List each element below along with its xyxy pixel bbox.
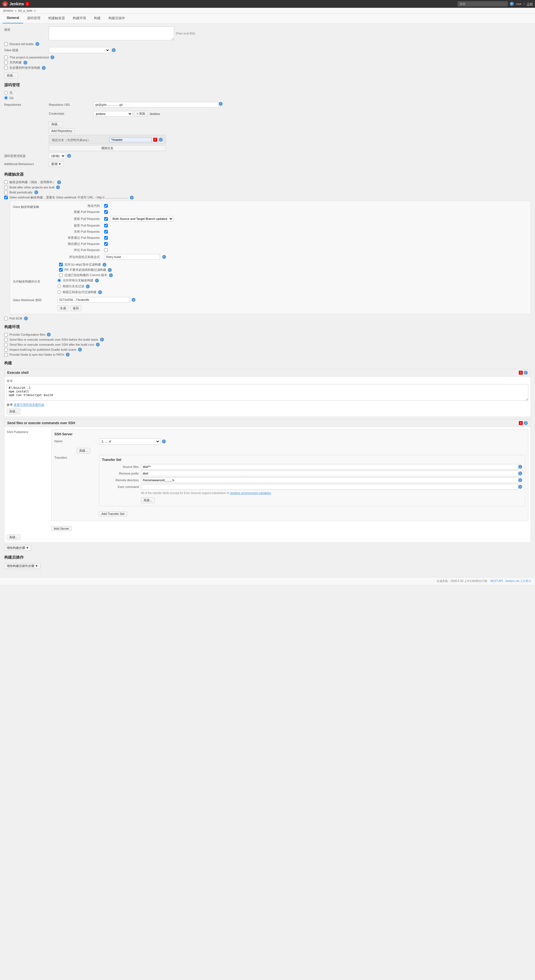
tab-env[interactable]: 构建环境	[69, 14, 90, 23]
new-pr-checkbox[interactable]	[104, 210, 108, 214]
push-code-checkbox[interactable]	[104, 204, 108, 208]
ssh-after-checkbox[interactable]	[4, 343, 8, 347]
commit-filter-info[interactable]: i	[109, 273, 113, 277]
quiet-info-icon[interactable]: i	[23, 60, 27, 65]
exec-command-info[interactable]: i	[518, 485, 522, 489]
ssh-publisher-info[interactable]: i	[524, 421, 528, 425]
remove-prefix-info[interactable]: i	[518, 471, 522, 476]
webhook-token-input[interactable]	[57, 297, 130, 302]
scm-browser-info[interactable]: i	[67, 154, 71, 158]
tab-post[interactable]: 构建后操作	[104, 14, 129, 23]
commit-filter-checkbox[interactable]	[59, 273, 63, 277]
node-checkbox[interactable]	[4, 353, 8, 356]
discard-info-icon[interactable]: i	[35, 42, 39, 46]
add-build-step-btn[interactable]: 增加构建步骤 ▼	[4, 545, 32, 551]
ssh-name-select[interactable]: 1. ... .4	[99, 438, 160, 444]
discard-checkbox[interactable]	[4, 42, 8, 46]
concurrent-checkbox[interactable]	[4, 66, 8, 70]
test-pr-checkbox[interactable]	[104, 242, 108, 246]
quiet-checkbox[interactable]	[4, 60, 8, 64]
node-info[interactable]: i	[66, 353, 70, 356]
logout-link[interactable]: 注销	[527, 2, 533, 6]
accept-pr-checkbox[interactable]	[104, 224, 108, 228]
gitee-select[interactable]	[49, 47, 110, 53]
add-post-build-btn[interactable]: 增加构建后操作步骤 ▼	[4, 563, 41, 569]
search-input[interactable]	[458, 2, 508, 6]
concurrent-info-icon[interactable]: i	[42, 66, 46, 70]
allow-all-info[interactable]: i	[95, 278, 99, 283]
execute-shell-info[interactable]: i	[524, 371, 528, 375]
add-transfer-set-btn[interactable]: Add Transfer Set	[99, 511, 127, 516]
git-radio[interactable]	[4, 96, 8, 100]
scm-browser-select[interactable]: (自动)	[49, 153, 65, 159]
ssh-publisher-advanced-btn[interactable]: 高级...	[7, 535, 20, 540]
trigger-periodic-info[interactable]: i	[34, 190, 38, 194]
exec-command-input[interactable]	[141, 484, 518, 490]
gradle-info[interactable]: i	[78, 348, 82, 352]
footer-jenkins-link[interactable]: Jenkins ver. 2.2.95.2	[505, 579, 531, 582]
add-credential-btn[interactable]: + 添加	[134, 111, 148, 117]
trigger-gitee-info[interactable]: i	[130, 196, 134, 200]
filter-branch-name-info[interactable]: i	[86, 285, 90, 288]
branch-delete-btn[interactable]: X	[153, 138, 157, 142]
close-pr-checkbox[interactable]	[104, 230, 108, 234]
ci-skip-info[interactable]: i	[102, 263, 107, 267]
jenkins-env-link[interactable]: Jenkins environment variables	[230, 491, 271, 495]
execute-shell-advanced-btn[interactable]: 高级...	[7, 409, 20, 414]
shell-textarea[interactable]: #!/bin/sh -l npm install npm run transcr…	[7, 384, 528, 401]
branch-info[interactable]: i	[159, 138, 163, 142]
remote-dir-input[interactable]	[141, 477, 518, 483]
ssh-before-info[interactable]: i	[100, 337, 104, 342]
ssh-before-checkbox[interactable]	[4, 338, 8, 342]
delete-token-btn[interactable]: 返回	[70, 305, 81, 311]
breadcrumb-project[interactable]: kd_a_web	[18, 9, 32, 12]
ssh-after-info[interactable]: i	[96, 343, 100, 347]
source-files-input[interactable]	[141, 464, 518, 469]
ssh-advanced-btn[interactable]: 高级...	[77, 448, 90, 454]
footer-rest-link[interactable]: REST API	[490, 579, 503, 582]
gradle-checkbox[interactable]	[4, 348, 8, 352]
breadcrumb-jenkins[interactable]: Jenkins	[3, 9, 13, 12]
env-vars-link[interactable]: 查看可用环境变量列表	[14, 403, 44, 406]
parameterized-info-icon[interactable]: i	[50, 56, 54, 59]
description-textarea[interactable]	[49, 27, 174, 40]
search-icon[interactable]: 🔍	[510, 2, 514, 6]
provide-config-checkbox[interactable]	[4, 333, 8, 337]
repo-advanced-btn[interactable]: 高级...	[49, 121, 62, 127]
poll-scm-info[interactable]: i	[24, 317, 28, 320]
comment-pr-checkbox[interactable]	[104, 248, 108, 252]
filter-branch-name-radio[interactable]	[57, 285, 61, 288]
general-advanced-btn[interactable]: 高级...	[4, 73, 18, 78]
credentials-select[interactable]: jenkins	[93, 111, 133, 117]
tab-triggers[interactable]: 构建触发器	[44, 14, 69, 23]
pr-not-require-checkbox[interactable]	[59, 268, 63, 272]
provide-config-info[interactable]: i	[47, 332, 51, 337]
transfer-advanced-btn[interactable]: 高级...	[141, 497, 155, 503]
ssh-name-info[interactable]: i	[162, 439, 166, 443]
filter-regex-radio[interactable]	[57, 290, 61, 294]
add-server-btn[interactable]: Add Server	[51, 526, 72, 531]
trigger-after-checkbox[interactable]	[4, 186, 8, 189]
trigger-after-info[interactable]: i	[56, 185, 60, 189]
review-pr-checkbox[interactable]	[104, 236, 108, 240]
update-pr-select[interactable]: Both Source and Target Branch updated So…	[110, 216, 173, 221]
pr-not-require-info[interactable]: i	[108, 268, 112, 272]
trigger-gitee-checkbox[interactable]	[4, 196, 8, 199]
add-branch-btn[interactable]: 增加分支	[49, 145, 166, 151]
branch-input[interactable]	[109, 137, 152, 142]
repo-url-input[interactable]	[93, 102, 219, 107]
generate-token-btn[interactable]: 生成	[57, 305, 69, 311]
source-files-info[interactable]: i	[518, 465, 522, 469]
update-pr-checkbox[interactable]	[104, 217, 108, 221]
trigger-remote-info[interactable]: i	[57, 180, 61, 184]
ci-skip-checkbox[interactable]	[59, 263, 63, 266]
trigger-periodic-checkbox[interactable]	[4, 191, 8, 194]
filter-regex-info[interactable]: i	[98, 290, 102, 294]
comment-regex-info[interactable]: i	[162, 255, 166, 259]
poll-scm-checkbox[interactable]	[4, 317, 8, 320]
notification-badge[interactable]: 2	[25, 2, 30, 6]
ssh-publisher-close-btn[interactable]: X	[519, 421, 523, 425]
tab-general[interactable]: General	[3, 14, 23, 23]
add-behaviour-btn[interactable]: 新增 ▼	[49, 161, 64, 167]
webhook-token-info[interactable]: i	[131, 298, 136, 302]
